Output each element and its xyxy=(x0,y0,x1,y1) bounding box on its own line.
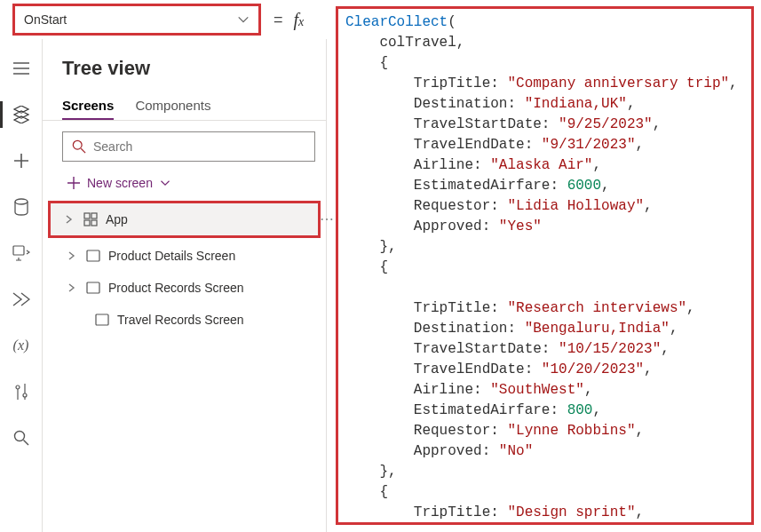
screen-icon xyxy=(85,280,101,296)
tab-screens[interactable]: Screens xyxy=(62,98,114,120)
search-input[interactable] xyxy=(93,139,305,154)
media-icon[interactable] xyxy=(12,243,31,263)
formula-code[interactable]: ClearCollect( colTravel, { TripTitle: "C… xyxy=(345,12,744,525)
search-nav-icon[interactable] xyxy=(12,428,31,448)
tree-item-product-details[interactable]: Product Details Screen xyxy=(62,240,315,272)
tree-tabs: Screens Components xyxy=(62,98,315,120)
chevron-right-icon xyxy=(67,283,78,292)
chevron-down-icon xyxy=(237,13,250,26)
screen-icon xyxy=(94,312,110,328)
new-screen-button[interactable]: New screen xyxy=(62,172,315,194)
equals-sign: = xyxy=(273,11,283,29)
hamburger-icon[interactable] xyxy=(12,59,31,78)
svg-rect-10 xyxy=(87,250,99,261)
tree-item-app[interactable]: App xyxy=(59,203,318,235)
tree-item-label: Product Records Screen xyxy=(108,281,244,295)
tree-view-title: Tree view xyxy=(62,57,315,80)
chevron-right-icon xyxy=(67,251,78,260)
tree-search[interactable] xyxy=(62,131,315,162)
svg-point-2 xyxy=(16,385,20,389)
insert-icon[interactable] xyxy=(12,151,31,171)
panel-divider xyxy=(326,39,327,532)
app-icon xyxy=(83,211,99,227)
tree-item-label: Product Details Screen xyxy=(108,249,235,263)
tree-item-label: Travel Records Screen xyxy=(117,313,244,327)
svg-point-5 xyxy=(73,140,82,149)
new-screen-label: New screen xyxy=(87,176,153,190)
power-automate-icon[interactable] xyxy=(12,290,31,309)
tree-view-icon[interactable] xyxy=(12,105,31,124)
svg-point-0 xyxy=(15,199,28,204)
tree-item-label: App xyxy=(106,212,128,226)
tree-view-panel: Tree view Screens Components New screen … xyxy=(43,39,326,532)
formula-bar[interactable]: ClearCollect( colTravel, { TripTitle: "C… xyxy=(336,6,754,525)
chevron-right-icon xyxy=(65,215,75,224)
svg-rect-9 xyxy=(91,220,97,226)
svg-rect-6 xyxy=(84,213,90,218)
tree-item-product-records[interactable]: Product Records Screen xyxy=(62,272,315,304)
svg-rect-11 xyxy=(87,282,99,293)
search-icon xyxy=(72,139,86,154)
tab-components[interactable]: Components xyxy=(135,98,210,120)
variables-icon[interactable]: (x) xyxy=(12,336,31,355)
advanced-tools-icon[interactable] xyxy=(12,382,31,401)
left-nav-rail: (x) xyxy=(0,39,43,532)
property-selector-value: OnStart xyxy=(24,12,67,27)
svg-rect-7 xyxy=(91,213,97,218)
property-selector[interactable]: OnStart xyxy=(12,4,261,36)
svg-rect-12 xyxy=(96,314,108,325)
data-icon[interactable] xyxy=(12,197,31,217)
chevron-down-icon xyxy=(160,178,170,188)
plus-icon xyxy=(67,177,80,189)
svg-rect-1 xyxy=(13,246,24,255)
svg-rect-8 xyxy=(84,220,90,226)
svg-point-3 xyxy=(23,393,27,397)
more-icon[interactable]: ⋯ xyxy=(320,210,334,227)
svg-point-4 xyxy=(14,432,24,441)
screen-icon xyxy=(85,248,101,264)
fx-icon[interactable]: fx xyxy=(294,10,305,30)
tree-item-travel-records[interactable]: Travel Records Screen xyxy=(62,304,315,336)
